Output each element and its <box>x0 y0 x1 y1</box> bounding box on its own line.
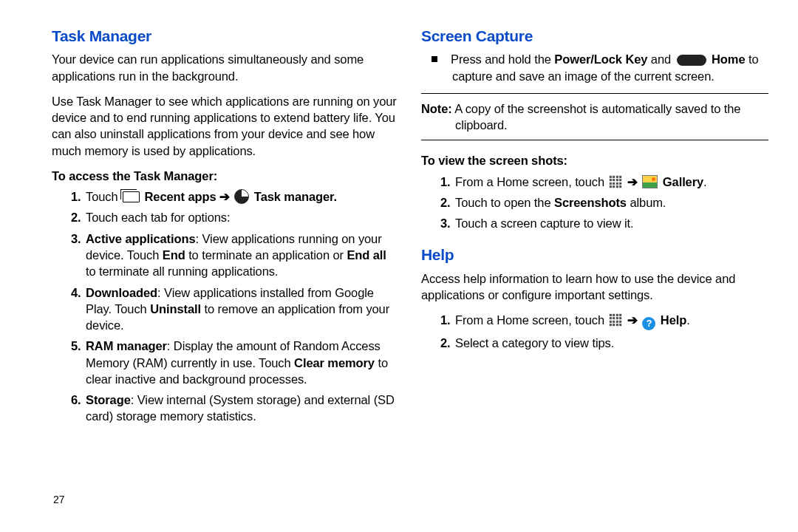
text: Power/Lock Key <box>554 52 647 66</box>
heading-screen-capture: Screen Capture <box>421 26 768 47</box>
list-item: Touch a screen capture to view it. <box>454 215 768 231</box>
text: Help <box>657 313 686 327</box>
text: to terminate an application or <box>185 248 347 262</box>
gallery-icon <box>642 175 658 188</box>
screen-capture-step: Press and hold the Power/Lock Key and Ho… <box>421 51 768 84</box>
text: Touch <box>86 190 121 203</box>
list-item: From a Home screen, touch ➔ ? Help. <box>454 312 768 330</box>
task-manager-icon <box>234 189 249 204</box>
arrow-icon: ➔ <box>219 190 230 203</box>
left-column: Task Manager Your device can run applica… <box>52 26 399 517</box>
list-item: From a Home screen, touch ➔ Gallery. <box>454 174 768 190</box>
text: : View internal (System storage) and ext… <box>86 393 395 423</box>
help-icon: ? <box>642 317 655 330</box>
list-item: RAM manager: Display the amount of Rando… <box>84 338 399 387</box>
apps-grid-icon <box>609 175 622 188</box>
text: to terminate all running applications. <box>86 265 278 278</box>
text: Downloaded <box>86 286 157 299</box>
home-key-icon <box>677 55 706 66</box>
text: Task manager. <box>250 190 337 203</box>
task-manager-intro-1: Your device can run applications simulta… <box>52 51 399 84</box>
text: RAM manager <box>86 339 167 352</box>
subhead-access-task-manager: To access the Task Manager: <box>52 168 399 184</box>
heading-task-manager: Task Manager <box>52 26 399 47</box>
text: Screenshots <box>554 196 627 209</box>
page-number: 27 <box>53 494 65 505</box>
task-manager-steps: Touch Recent apps ➔ Task manager. Touch … <box>52 188 399 424</box>
note-box: Note: A copy of the screenshot is automa… <box>421 93 768 141</box>
task-manager-intro-2: Use Task Manager to see which applicatio… <box>52 93 399 159</box>
text: and <box>647 52 674 66</box>
note-text: clipboard. <box>455 117 768 133</box>
text: End all <box>347 248 386 262</box>
subhead-view-screenshots: To view the screen shots: <box>421 152 768 168</box>
recent-apps-icon <box>123 191 140 202</box>
text: Home <box>709 52 746 66</box>
text: End <box>163 248 185 262</box>
text: Uninstall <box>150 302 201 316</box>
view-screenshots-steps: From a Home screen, touch ➔ Gallery. Tou… <box>421 174 768 232</box>
text: album. <box>627 196 666 209</box>
arrow-icon: ➔ <box>627 175 638 188</box>
list-item: Touch each tab for options: <box>84 209 399 225</box>
list-item: Active applications: View applications r… <box>84 231 399 280</box>
help-intro: Access help information to learn how to … <box>421 270 768 304</box>
apps-grid-icon <box>609 313 622 327</box>
note-label: Note: <box>421 102 452 115</box>
text: Touch to open the <box>455 196 554 209</box>
list-item: Downloaded: View applications installed … <box>84 284 399 334</box>
list-item: Touch to open the Screenshots album. <box>454 194 768 211</box>
arrow-icon: ➔ <box>627 313 638 327</box>
text: Clear memory <box>294 356 375 369</box>
note-text: A copy of the screenshot is automaticall… <box>452 102 741 115</box>
list-item: Press and hold the Power/Lock Key and Ho… <box>449 51 768 84</box>
list-item: Touch Recent apps ➔ Task manager. <box>84 188 399 205</box>
text: Press and hold the <box>451 52 554 66</box>
list-item: Storage: View internal (System storage) … <box>84 392 399 425</box>
right-column: Screen Capture Press and hold the Power/… <box>421 26 768 517</box>
text: From a Home screen, touch <box>455 175 607 188</box>
text: From a Home screen, touch <box>455 313 607 327</box>
list-item: Select a category to view tips. <box>454 335 768 351</box>
text: Recent apps <box>141 190 219 203</box>
text: Gallery <box>659 175 703 188</box>
square-bullet-icon <box>432 56 437 62</box>
help-steps: From a Home screen, touch ➔ ? Help. Sele… <box>421 312 768 351</box>
text: Active applications <box>86 232 195 245</box>
text: Storage <box>86 393 131 406</box>
heading-help: Help <box>421 245 768 265</box>
